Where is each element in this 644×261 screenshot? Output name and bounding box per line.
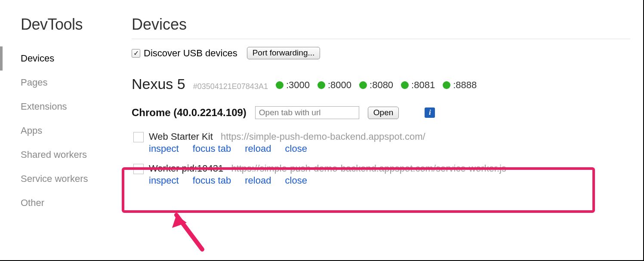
device-name: Nexus 5 bbox=[132, 76, 185, 92]
inspect-link[interactable]: inspect bbox=[149, 143, 179, 154]
browser-row: Chrome (40.0.2214.109) Open i bbox=[132, 106, 630, 119]
device-serial: #03504121E07843A1 bbox=[193, 82, 268, 91]
target-actions: inspect focus tab reload close bbox=[149, 175, 630, 186]
device-header: Nexus 5 #03504121E07843A1 :3000 :8000 :8… bbox=[132, 76, 630, 92]
target-url: https://simple-push-demo-backend.appspot… bbox=[231, 163, 506, 174]
inspect-link[interactable]: inspect bbox=[149, 175, 179, 186]
browser-label: Chrome (40.0.2214.109) bbox=[132, 107, 247, 119]
open-tab-url-input[interactable] bbox=[255, 106, 359, 119]
status-dot-icon bbox=[317, 81, 325, 89]
target-actions: inspect focus tab reload close bbox=[149, 143, 630, 154]
info-icon[interactable]: i bbox=[425, 107, 435, 118]
reload-link[interactable]: reload bbox=[245, 143, 271, 154]
sidebar-item-other[interactable]: Other bbox=[21, 191, 113, 215]
status-dot-icon bbox=[443, 81, 450, 89]
close-link[interactable]: close bbox=[285, 143, 307, 154]
devtools-inspect-ui: DevTools Devices Pages Extensions Apps S… bbox=[0, 0, 644, 261]
sidebar-item-extensions[interactable]: Extensions bbox=[21, 95, 113, 119]
status-dot-icon bbox=[401, 81, 409, 89]
focus-tab-link[interactable]: focus tab bbox=[193, 175, 231, 186]
discover-usb-label: Discover USB devices bbox=[144, 48, 237, 59]
close-link[interactable]: close bbox=[285, 175, 307, 186]
status-dot-icon bbox=[276, 81, 283, 89]
main-panel: Devices ✓ Discover USB devices Port forw… bbox=[113, 8, 643, 215]
favicon-placeholder-icon bbox=[133, 132, 144, 142]
brand-title: DevTools bbox=[21, 15, 113, 34]
target-title: Worker pid:10431 bbox=[149, 163, 223, 174]
port-8888: :8888 bbox=[443, 80, 477, 91]
status-dot-icon bbox=[359, 81, 367, 89]
open-tab-button[interactable]: Open bbox=[368, 107, 399, 119]
sidebar-item-devices[interactable]: Devices bbox=[21, 46, 113, 71]
discover-toolbar: ✓ Discover USB devices Port forwarding..… bbox=[132, 47, 630, 59]
sidebar: DevTools Devices Pages Extensions Apps S… bbox=[0, 8, 113, 215]
sidebar-item-service-workers[interactable]: Service workers bbox=[21, 167, 113, 191]
divider bbox=[132, 39, 630, 39]
target-url: https://simple-push-demo-backend.appspot… bbox=[221, 131, 425, 142]
port-3000: :3000 bbox=[276, 80, 310, 91]
page-title: Devices bbox=[132, 15, 630, 34]
sidebar-item-shared-workers[interactable]: Shared workers bbox=[21, 143, 113, 167]
discover-usb-checkbox[interactable]: ✓ bbox=[132, 49, 140, 58]
port-8081: :8081 bbox=[401, 80, 435, 91]
target-title: Web Starter Kit bbox=[149, 131, 213, 142]
reload-link[interactable]: reload bbox=[245, 175, 271, 186]
favicon-placeholder-icon bbox=[133, 164, 144, 174]
port-8080: :8080 bbox=[359, 80, 393, 91]
sidebar-item-pages[interactable]: Pages bbox=[21, 71, 113, 95]
sidebar-item-apps[interactable]: Apps bbox=[21, 119, 113, 143]
focus-tab-link[interactable]: focus tab bbox=[193, 143, 231, 154]
port-forwarding-button[interactable]: Port forwarding... bbox=[247, 47, 320, 59]
inspect-target-row: Worker pid:10431 https://simple-push-dem… bbox=[132, 159, 630, 190]
port-8000: :8000 bbox=[317, 80, 351, 91]
svg-marker-0 bbox=[172, 215, 187, 228]
inspect-target-row: Web Starter Kit https://simple-push-demo… bbox=[132, 127, 630, 159]
